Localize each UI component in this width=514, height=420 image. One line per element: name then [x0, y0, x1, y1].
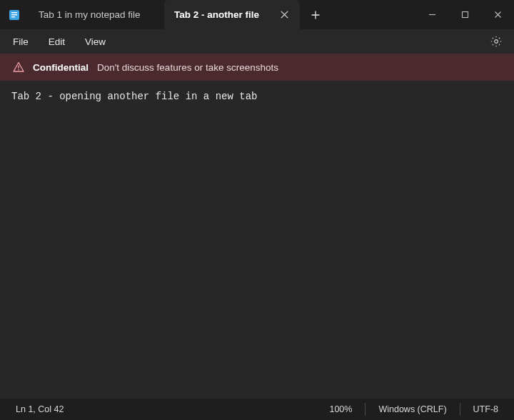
minimize-button[interactable]: [415, 0, 448, 29]
close-window-button[interactable]: [481, 0, 514, 29]
tab-label: Tab 1 in my notepad file: [39, 9, 154, 20]
menu-file[interactable]: File: [3, 32, 39, 51]
tab-label: Tab 2 - another file: [174, 9, 264, 20]
warning-icon: [13, 61, 24, 73]
status-encoding[interactable]: UTF-8: [460, 403, 511, 416]
banner-message: Don't discuss features or take screensho…: [97, 62, 278, 73]
gear-icon: [490, 36, 502, 47]
tab-2[interactable]: Tab 2 - another file: [164, 0, 300, 29]
svg-rect-3: [11, 16, 15, 17]
menu-edit[interactable]: Edit: [39, 32, 75, 51]
svg-rect-7: [18, 69, 19, 70]
titlebar: Tab 1 in my notepad file Tab 2 - another…: [0, 0, 514, 29]
svg-rect-6: [18, 66, 19, 69]
status-line-ending[interactable]: Windows (CRLF): [365, 403, 459, 416]
new-tab-button[interactable]: [300, 0, 331, 29]
banner-title: Confidential: [33, 62, 89, 73]
tab-1[interactable]: Tab 1 in my notepad file: [29, 0, 164, 29]
info-banner: Confidential Don't discuss features or t…: [0, 54, 514, 81]
svg-rect-4: [462, 12, 468, 18]
settings-button[interactable]: [485, 31, 507, 52]
statusbar: Ln 1, Col 42 100% Windows (CRLF) UTF-8: [0, 399, 514, 420]
menubar: File Edit View: [0, 29, 514, 54]
svg-point-5: [495, 40, 498, 44]
status-zoom[interactable]: 100%: [316, 403, 365, 416]
menu-view[interactable]: View: [75, 32, 116, 51]
maximize-button[interactable]: [448, 0, 481, 29]
titlebar-drag-region[interactable]: [331, 0, 415, 29]
svg-rect-2: [11, 14, 17, 15]
window-controls: [415, 0, 514, 29]
svg-rect-1: [11, 12, 17, 13]
close-tab-icon[interactable]: [278, 9, 290, 21]
text-editor[interactable]: Tab 2 - opening another file in a new ta…: [0, 81, 514, 399]
status-cursor-position[interactable]: Ln 1, Col 42: [3, 403, 76, 416]
app-icon: [0, 0, 29, 29]
tab-strip: Tab 1 in my notepad file Tab 2 - another…: [29, 0, 300, 29]
